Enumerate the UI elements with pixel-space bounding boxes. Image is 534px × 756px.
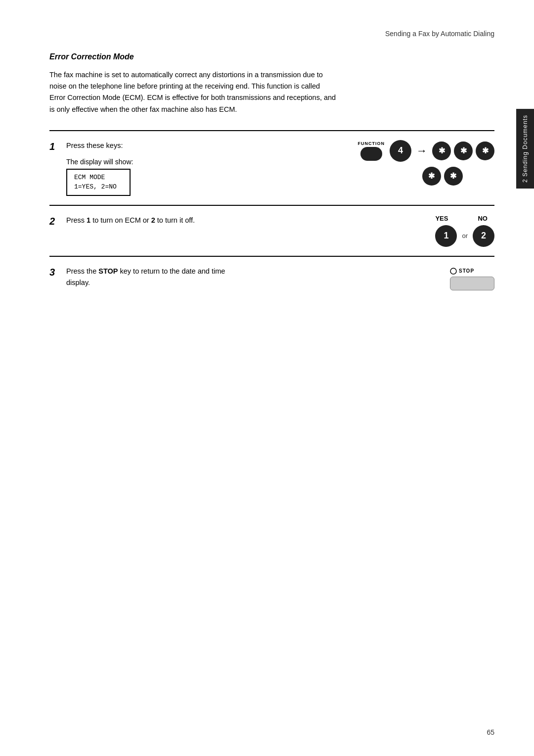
page-number: 65 (487, 728, 494, 736)
function-key-block: FUNCTION (358, 141, 385, 161)
function-key-icon (360, 147, 382, 161)
step-1-row: 1 Press these keys: The display will sho… (49, 130, 494, 205)
step-2-text-mid1: to turn on ECM or (90, 216, 151, 224)
section-title: Error Correction Mode (49, 52, 494, 61)
step-2-row: 2 Press 1 to turn on ECM or 2 to turn it… (49, 205, 494, 256)
no-label: NO (478, 215, 488, 222)
stop-circle-icon (450, 268, 457, 275)
step-1-content: Press these keys: The display will show:… (66, 140, 348, 196)
arrow-icon: → (416, 144, 427, 157)
key-4: 4 (390, 140, 411, 162)
step-2-keys-row: 1 or 2 (435, 225, 494, 247)
step-3-text: Press the STOP key to return to the date… (66, 266, 244, 288)
step-2-number: 2 (49, 216, 63, 227)
side-tab-text: 2 Sending Documents (522, 115, 529, 183)
stop-label-text: STOP (459, 268, 474, 274)
step-1-display-label: The display will show: (66, 157, 348, 166)
step-3-content: Press the STOP key to return to the date… (66, 266, 440, 288)
function-label: FUNCTION (358, 141, 385, 146)
step-1-top-keys: FUNCTION 4 → ✱ (358, 140, 495, 162)
star-key-2: ✱ (454, 142, 473, 160)
step-1-text: Press these keys: (66, 140, 244, 151)
intro-text: The fax machine is set to automatically … (49, 69, 336, 115)
star-key-5: ✱ (444, 167, 463, 186)
star-key-4: ✱ (422, 167, 441, 186)
step-1-bottom-keys: ✱ ✱ (422, 167, 463, 186)
header-title: Sending a Fax by Automatic Dialing (385, 30, 494, 38)
step-2-text: Press 1 to turn on ECM or 2 to turn it o… (66, 215, 244, 226)
steps-area: 1 Press these keys: The display will sho… (49, 130, 494, 299)
step-3-visual: STOP (450, 268, 494, 290)
star-key-3: ✱ (476, 142, 494, 160)
page-container: 2 Sending Documents Sending a Fax by Aut… (0, 0, 534, 756)
step-2-visual: YES NO 1 or 2 (435, 215, 494, 247)
or-text: or (462, 232, 468, 239)
lcd-line-1: ECM MODE (74, 173, 123, 183)
step-2-text-mid2: to turn it off. (155, 216, 195, 224)
step-3-number: 3 (49, 267, 63, 278)
svg-point-0 (450, 268, 456, 274)
star-key-1: ✱ (432, 142, 451, 160)
page-header: Sending a Fax by Automatic Dialing (49, 30, 494, 38)
stop-button-visual (450, 277, 494, 290)
step-2-content: Press 1 to turn on ECM or 2 to turn it o… (66, 215, 425, 226)
step-3-text-before: Press the (66, 267, 98, 275)
step-2-bold-1: 1 (87, 216, 90, 224)
step-3-row: 3 Press the STOP key to return to the da… (49, 256, 494, 299)
lcd-display: ECM MODE 1=YES, 2=NO (66, 169, 131, 196)
yes-label: YES (435, 215, 448, 222)
step-3-bold: STOP (98, 267, 118, 275)
yes-no-labels: YES NO (435, 215, 488, 222)
step-1-number: 1 (49, 141, 63, 152)
stop-label: STOP (450, 268, 474, 275)
side-tab: 2 Sending Documents (516, 109, 534, 189)
lcd-line-2: 1=YES, 2=NO (74, 182, 123, 192)
step-1-visual: FUNCTION 4 → ✱ (358, 140, 495, 186)
key-1: 1 (435, 225, 457, 247)
key-2: 2 (473, 225, 494, 247)
step-2-bold-2: 2 (151, 216, 155, 224)
step-2-text-before: Press (66, 216, 87, 224)
